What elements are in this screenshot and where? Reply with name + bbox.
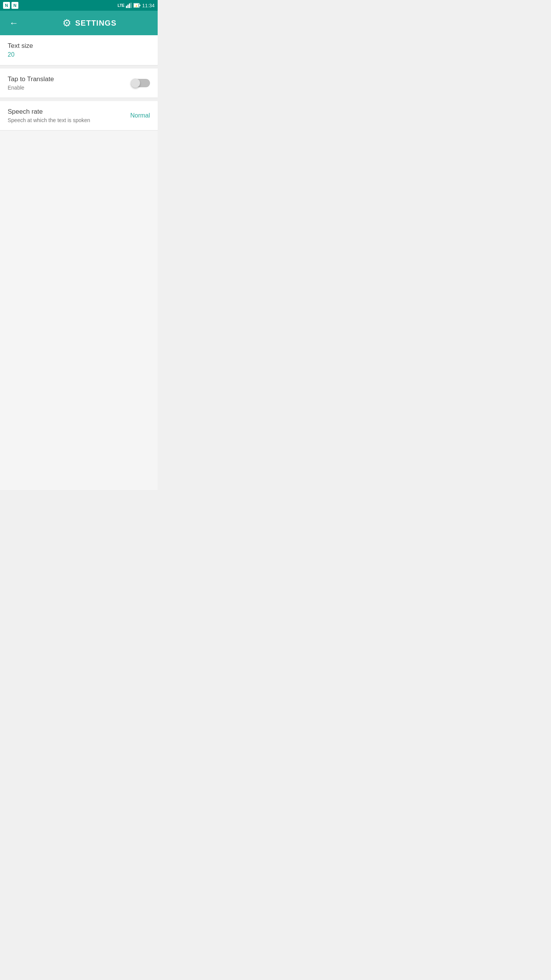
svg-rect-0 bbox=[126, 6, 127, 8]
svg-rect-1 bbox=[127, 5, 129, 8]
text-size-label: Text size bbox=[8, 42, 150, 50]
tap-to-translate-setting[interactable]: Tap to Translate Enable bbox=[0, 69, 158, 98]
n-icon-1: N bbox=[3, 2, 10, 9]
status-bar-left: N N bbox=[3, 2, 18, 9]
text-size-left: Text size 20 bbox=[8, 42, 150, 58]
speech-rate-value: Normal bbox=[130, 112, 150, 119]
status-bar-right: LTE ⚡ 11:34 bbox=[117, 3, 155, 8]
speech-rate-left: Speech rate Speech at which the text is … bbox=[8, 108, 130, 123]
svg-rect-3 bbox=[130, 3, 132, 8]
toggle-thumb bbox=[131, 78, 140, 88]
battery-icon: ⚡ bbox=[134, 3, 140, 8]
text-size-setting[interactable]: Text size 20 bbox=[0, 35, 158, 65]
signal-icon bbox=[126, 3, 132, 8]
back-arrow-icon: ← bbox=[9, 18, 18, 28]
section-divider-2 bbox=[0, 98, 158, 101]
clock: 11:34 bbox=[142, 3, 155, 8]
n-icon-2: N bbox=[11, 2, 18, 9]
svg-rect-2 bbox=[129, 3, 130, 8]
svg-text:⚡: ⚡ bbox=[135, 4, 138, 8]
speech-rate-sublabel: Speech at which the text is spoken bbox=[8, 117, 130, 123]
tap-to-translate-sublabel: Enable bbox=[8, 85, 131, 91]
back-button[interactable]: ← bbox=[6, 15, 21, 31]
app-bar: ← ⚙ SETTINGS bbox=[0, 11, 158, 35]
section-divider-1 bbox=[0, 65, 158, 69]
settings-content: Text size 20 Tap to Translate Enable Spe… bbox=[0, 35, 158, 490]
tap-to-translate-left: Tap to Translate Enable bbox=[8, 75, 131, 91]
svg-rect-6 bbox=[139, 5, 140, 6]
settings-gear-icon: ⚙ bbox=[62, 17, 71, 29]
speech-rate-setting[interactable]: Speech rate Speech at which the text is … bbox=[0, 101, 158, 131]
status-bar: N N LTE ⚡ 11:34 bbox=[0, 0, 158, 11]
tap-to-translate-toggle[interactable] bbox=[131, 78, 150, 88]
page-title: SETTINGS bbox=[75, 19, 116, 28]
text-size-value: 20 bbox=[8, 51, 150, 58]
tap-to-translate-label: Tap to Translate bbox=[8, 75, 131, 83]
app-bar-center: ⚙ SETTINGS bbox=[28, 17, 152, 29]
lte-indicator: LTE bbox=[117, 3, 124, 8]
speech-rate-label: Speech rate bbox=[8, 108, 130, 116]
